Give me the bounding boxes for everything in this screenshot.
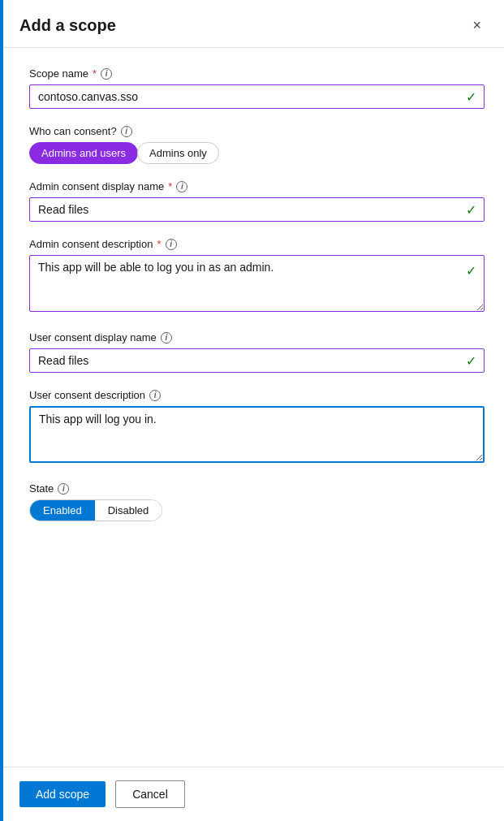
admin-consent-display-name-required: * <box>168 180 172 192</box>
state-info-icon[interactable]: i <box>58 483 69 495</box>
dialog-title: Add a scope <box>19 16 116 35</box>
admins-only-toggle[interactable]: Admins only <box>137 142 219 164</box>
admin-consent-display-name-input-wrapper: ✓ <box>29 197 485 222</box>
admin-consent-description-check-icon: ✓ <box>466 263 476 279</box>
admin-consent-display-name-info-icon[interactable]: i <box>176 181 187 192</box>
state-label: State i <box>29 482 485 495</box>
admin-consent-description-required: * <box>157 238 161 250</box>
left-accent <box>0 0 3 821</box>
scope-name-info-icon[interactable]: i <box>101 68 112 80</box>
user-consent-display-name-check-icon: ✓ <box>466 353 476 369</box>
user-consent-display-name-input-wrapper: ✓ <box>29 348 485 373</box>
admin-consent-display-name-group: Admin consent display name * i ✓ <box>29 180 485 222</box>
cancel-button[interactable]: Cancel <box>115 780 185 808</box>
close-button[interactable]: × <box>469 15 485 36</box>
dialog-header: Add a scope × <box>0 0 504 48</box>
user-consent-description-group: User consent description i This app will… <box>29 389 485 466</box>
scope-name-required: * <box>93 67 97 80</box>
admin-consent-description-label: Admin consent description * i <box>29 238 485 250</box>
admin-consent-display-name-label: Admin consent display name * i <box>29 180 485 192</box>
admin-consent-description-info-icon[interactable]: i <box>166 239 177 250</box>
user-consent-description-info-icon[interactable]: i <box>149 390 161 401</box>
add-scope-button[interactable]: Add scope <box>19 781 106 807</box>
admin-consent-display-name-check-icon: ✓ <box>466 202 476 218</box>
dialog-body: Scope name * i ✓ Who can consent? i Admi… <box>0 48 504 767</box>
admins-users-toggle[interactable]: Admins and users <box>29 142 138 164</box>
user-consent-display-name-group: User consent display name i ✓ <box>29 331 485 373</box>
scope-name-input[interactable] <box>29 84 485 109</box>
state-disabled-toggle[interactable]: Disabled <box>95 500 162 521</box>
scope-name-input-wrapper: ✓ <box>29 84 485 109</box>
scope-name-label: Scope name * i <box>29 67 485 80</box>
dialog-footer: Add scope Cancel <box>0 767 504 821</box>
user-consent-display-name-label: User consent display name i <box>29 331 485 344</box>
state-enabled-toggle[interactable]: Enabled <box>30 500 95 521</box>
user-consent-description-label: User consent description i <box>29 389 485 401</box>
admin-consent-description-textarea[interactable]: This app will be able to log you in as a… <box>29 255 485 312</box>
state-toggle-group: Enabled Disabled <box>29 499 162 521</box>
user-consent-description-textarea[interactable]: This app will log you in. <box>29 406 485 463</box>
admin-consent-description-textarea-wrapper: This app will be able to log you in as a… <box>29 255 485 315</box>
admin-consent-display-name-input[interactable] <box>29 197 485 222</box>
who-can-consent-group: Who can consent? i Admins and users Admi… <box>29 125 485 164</box>
who-can-consent-toggle-group: Admins and users Admins only <box>29 142 485 164</box>
scope-name-group: Scope name * i ✓ <box>29 67 485 109</box>
scope-name-check-icon: ✓ <box>466 89 476 105</box>
user-consent-display-name-info-icon[interactable]: i <box>161 332 172 344</box>
who-can-consent-label: Who can consent? i <box>29 125 485 137</box>
add-scope-dialog: Add a scope × Scope name * i ✓ Who can c… <box>0 0 504 821</box>
user-consent-display-name-input[interactable] <box>29 348 485 373</box>
user-consent-description-textarea-wrapper: This app will log you in. <box>29 406 485 466</box>
who-can-consent-info-icon[interactable]: i <box>121 126 132 137</box>
admin-consent-description-group: Admin consent description * i This app w… <box>29 238 485 315</box>
state-group: State i Enabled Disabled <box>29 482 485 521</box>
